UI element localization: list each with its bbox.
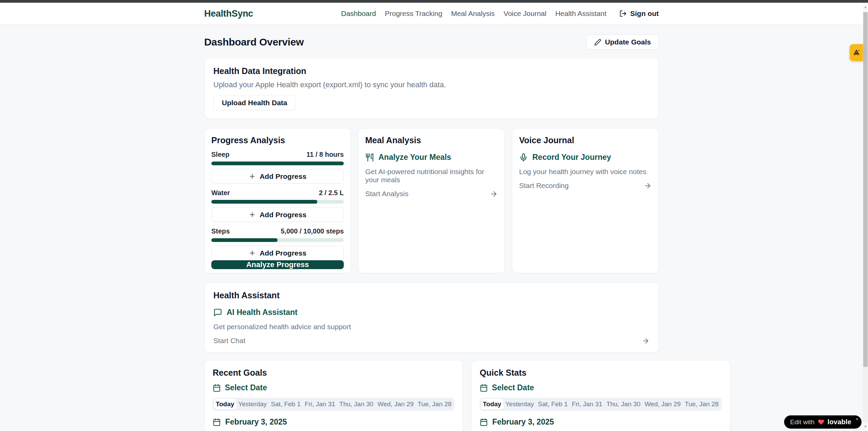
recent-goals-select-date[interactable]: Select Date <box>213 383 455 392</box>
water-value: 2 / 2.5 L <box>319 189 344 197</box>
quick-stats-date-tabs: Today Yesterday Sat, Feb 1 Fri, Jan 31 T… <box>480 398 722 411</box>
water-progress-bar <box>211 200 344 204</box>
calendar-icon <box>480 384 488 392</box>
microphone-icon <box>519 153 528 162</box>
add-progress-label: Add Progress <box>260 249 306 257</box>
arrow-right-icon <box>644 182 652 190</box>
tab-tue-jan-28[interactable]: Tue, Jan 28 <box>683 399 721 410</box>
select-date-label: Select Date <box>225 383 267 392</box>
arrow-right-icon <box>490 190 498 198</box>
steps-add-progress-button[interactable]: Add Progress <box>211 246 344 260</box>
recent-goals-date-tabs: Today Yesterday Sat, Feb 1 Fri, Jan 31 T… <box>213 398 455 411</box>
tab-today[interactable]: Today <box>214 399 236 410</box>
steps-label: Steps <box>211 227 230 235</box>
chat-bubble-icon <box>213 308 222 317</box>
nav-progress-tracking[interactable]: Progress Tracking <box>385 10 442 18</box>
selected-date-label: February 3, 2025 <box>225 417 287 427</box>
voice-journal-title: Voice Journal <box>519 135 652 145</box>
tab-today[interactable]: Today <box>481 399 503 410</box>
nav-health-assistant[interactable]: Health Assistant <box>555 10 606 18</box>
start-recording-label: Start Recording <box>519 182 569 190</box>
ai-health-assistant-link[interactable]: AI Health Assistant <box>213 308 650 317</box>
close-icon[interactable]: × <box>856 416 858 422</box>
logout-icon <box>619 10 627 17</box>
start-chat-label: Start Chat <box>213 337 246 345</box>
tab-thu-jan-30[interactable]: Thu, Jan 30 <box>337 399 375 410</box>
update-goals-button[interactable]: Update Goals <box>586 35 659 50</box>
steps-progress-bar <box>211 238 344 242</box>
scrollbar-down-arrow-icon[interactable]: ▼ <box>863 422 868 431</box>
select-date-label: Select Date <box>492 383 534 392</box>
health-data-description: Upload your Apple Health export (export.… <box>213 80 650 89</box>
sign-out-button[interactable]: Sign out <box>619 10 659 18</box>
tab-wed-jan-29[interactable]: Wed, Jan 29 <box>642 399 683 410</box>
start-analysis-link[interactable]: Start Analysis <box>365 190 498 198</box>
meal-analysis-description: Get AI-powered nutritional insights for … <box>365 168 498 184</box>
progress-analysis-card: Progress Analysis Sleep 11 / 8 hours Add… <box>204 128 351 273</box>
edit-with-label: Edit with <box>790 418 815 426</box>
nav-voice-journal[interactable]: Voice Journal <box>503 10 546 18</box>
meal-analysis-title: Meal Analysis <box>365 135 498 145</box>
arrow-right-icon <box>642 337 650 345</box>
steps-progress-block: Steps 5,000 / 10,000 steps Add Progress <box>211 227 344 260</box>
record-your-journey-link[interactable]: Record Your Journey <box>519 153 652 162</box>
caret-logo-icon <box>852 49 861 57</box>
update-goals-label: Update Goals <box>605 38 651 46</box>
plus-icon <box>249 249 256 257</box>
health-assistant-title: Health Assistant <box>213 291 650 300</box>
tab-thu-jan-30[interactable]: Thu, Jan 30 <box>604 399 642 410</box>
upload-health-data-button[interactable]: Upload Health Data <box>213 95 296 110</box>
app-header: HealthSync Dashboard Progress Tracking M… <box>0 3 863 24</box>
quick-stats-selected-date: February 3, 2025 <box>480 417 722 427</box>
quick-stats-select-date[interactable]: Select Date <box>480 383 722 392</box>
calendar-icon <box>213 384 221 392</box>
utensils-icon <box>365 153 374 162</box>
app-logo[interactable]: HealthSync <box>204 8 253 19</box>
tab-wed-jan-29[interactable]: Wed, Jan 29 <box>375 399 415 410</box>
analyze-progress-button[interactable]: Analyze Progress <box>211 260 344 269</box>
scrollbar-up-arrow-icon[interactable]: ▲ <box>863 3 868 12</box>
health-assistant-card: Health Assistant AI Health Assistant Get… <box>204 283 659 353</box>
main-content: Dashboard Overview Update Goals Health D… <box>204 24 659 431</box>
voice-journal-description: Log your health journey with voice notes <box>519 168 652 176</box>
quick-stats-title: Quick Stats <box>480 368 722 378</box>
lovable-side-widget-tab[interactable] <box>850 44 863 61</box>
water-add-progress-button[interactable]: Add Progress <box>211 207 344 222</box>
edit-with-lovable-badge[interactable]: Edit with lovable × <box>784 415 862 429</box>
analyze-your-meals-link[interactable]: Analyze Your Meals <box>365 153 498 162</box>
nav-meal-analysis[interactable]: Meal Analysis <box>451 10 495 18</box>
tab-fri-jan-31[interactable]: Fri, Jan 31 <box>303 399 337 410</box>
pencil-icon <box>594 39 601 46</box>
tab-yesterday[interactable]: Yesterday <box>503 399 536 410</box>
health-data-title: Health Data Integration <box>213 66 650 76</box>
tab-sat-feb-1[interactable]: Sat, Feb 1 <box>536 399 570 410</box>
tab-tue-jan-28[interactable]: Tue, Jan 28 <box>415 399 454 410</box>
calendar-icon <box>480 418 488 426</box>
recent-goals-selected-date: February 3, 2025 <box>213 417 455 427</box>
start-chat-link[interactable]: Start Chat <box>213 337 650 345</box>
health-assistant-description: Get personalized health advice and suppo… <box>213 323 650 331</box>
calendar-icon <box>213 418 221 426</box>
tab-yesterday[interactable]: Yesterday <box>236 399 269 410</box>
add-progress-label: Add Progress <box>260 172 306 181</box>
water-progress-block: Water 2 / 2.5 L Add Progress <box>211 189 344 222</box>
nav-dashboard[interactable]: Dashboard <box>341 10 376 18</box>
page-viewport: HealthSync Dashboard Progress Tracking M… <box>0 3 863 431</box>
record-your-journey-label: Record Your Journey <box>532 153 611 162</box>
sleep-label: Sleep <box>211 151 229 158</box>
quick-stats-card: Quick Stats Select Date Today Yesterday … <box>471 360 730 431</box>
sleep-add-progress-button[interactable]: Add Progress <box>211 169 344 184</box>
sleep-value: 11 / 8 hours <box>306 151 344 158</box>
tab-sat-feb-1[interactable]: Sat, Feb 1 <box>269 399 303 410</box>
tab-fri-jan-31[interactable]: Fri, Jan 31 <box>570 399 604 410</box>
sleep-progress-block: Sleep 11 / 8 hours Add Progress <box>211 151 344 184</box>
selected-date-label: February 3, 2025 <box>492 417 554 427</box>
plus-icon <box>249 173 256 180</box>
main-nav: Dashboard Progress Tracking Meal Analysi… <box>341 10 659 18</box>
analyze-your-meals-label: Analyze Your Meals <box>378 153 451 162</box>
scrollbar-thumb[interactable] <box>863 12 868 367</box>
ai-health-assistant-label: AI Health Assistant <box>227 308 298 317</box>
page-title: Dashboard Overview <box>204 36 304 48</box>
start-recording-link[interactable]: Start Recording <box>519 182 652 190</box>
vertical-scrollbar[interactable]: ▲ ▼ <box>863 3 868 431</box>
